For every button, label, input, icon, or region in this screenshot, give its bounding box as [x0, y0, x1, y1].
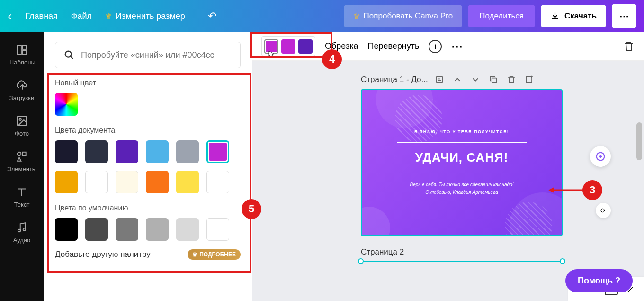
toolbar-color-3[interactable] [298, 39, 313, 54]
file-menu[interactable]: Файл [71, 11, 92, 21]
color-swatch[interactable] [176, 171, 199, 193]
resize-label: Изменить размер [116, 11, 185, 21]
design-sub-line2: С любовью, Клавдия Артемьева [410, 189, 514, 196]
color-panel: Новый цвет Цвета документа Цвета по умол… [44, 32, 252, 301]
color-swatch[interactable] [55, 140, 78, 163]
toolbar-more[interactable]: ⋯ [451, 40, 463, 53]
color-swatch[interactable] [146, 140, 169, 163]
pro-more-label: ПОДРОБНЕЕ [199, 251, 236, 258]
design-divider [397, 173, 527, 173]
duplicate-icon[interactable] [489, 75, 498, 84]
svg-point-9 [65, 51, 72, 57]
color-swatch[interactable] [176, 218, 199, 241]
sidebar-templates[interactable]: Шаблоны [0, 37, 44, 73]
note-icon[interactable] [435, 75, 444, 84]
floating-add-button[interactable] [590, 146, 611, 167]
svg-rect-12 [526, 76, 532, 82]
download-button[interactable]: Скачать [541, 5, 606, 27]
share-button[interactable]: Поделиться [468, 5, 535, 27]
back-icon[interactable]: ‹ [8, 9, 12, 24]
try-pro-button[interactable]: ♛Попробовать Canva Pro [344, 5, 463, 27]
add-page-icon[interactable] [525, 75, 534, 84]
elements-icon [16, 150, 28, 163]
svg-point-5 [18, 152, 21, 156]
sidebar-text-label: Текст [14, 201, 30, 208]
plus-sparkle-icon [595, 151, 606, 162]
color-swatch[interactable] [116, 171, 138, 193]
canvas-background[interactable]: Страница 1 - До... Я ЗНАЮ, ЧТО У ТЕБЯ ПО… [252, 61, 644, 301]
color-swatch[interactable] [206, 171, 229, 193]
doc-colors-grid [55, 140, 241, 193]
svg-rect-11 [492, 78, 496, 83]
sidebar-text[interactable]: Текст [0, 179, 44, 215]
sidebar-photos-label: Фото [15, 130, 29, 137]
design-main-text: УДАЧИ, САНЯ! [415, 150, 509, 165]
sidebar-elements-label: Элементы [7, 165, 36, 173]
corner-handle[interactable] [358, 258, 364, 264]
canvas-toolbar: Обрезка Перевернуть i ⋯ [252, 32, 644, 61]
page-up-icon[interactable] [453, 75, 462, 84]
sidebar-uploads-label: Загрузки [9, 94, 34, 101]
trash-icon[interactable] [507, 75, 516, 84]
color-swatch[interactable] [146, 171, 169, 193]
svg-point-4 [19, 119, 21, 120]
floating-sync-button[interactable]: ⟳ [596, 203, 611, 218]
toolbar-colors [261, 36, 315, 56]
color-swatch[interactable] [146, 218, 169, 241]
color-swatch[interactable] [116, 218, 138, 241]
svg-rect-1 [22, 45, 27, 49]
page-down-icon[interactable] [471, 75, 480, 84]
delete-icon[interactable] [623, 41, 635, 52]
toolbar-color-1[interactable] [264, 39, 278, 54]
sidebar-templates-label: Шаблоны [8, 59, 36, 66]
color-swatch[interactable] [85, 171, 108, 193]
undo-icon[interactable]: ↶ [208, 10, 216, 22]
toolbar-color-2[interactable] [281, 39, 295, 54]
help-button[interactable]: Помощь ? [565, 269, 633, 292]
flip-button[interactable]: Перевернуть [367, 41, 419, 51]
page-2-title: Страница 2 [361, 247, 616, 257]
sidebar-audio[interactable]: Аудио [0, 215, 44, 250]
page-2-edge[interactable] [361, 261, 563, 262]
corner-handle[interactable] [560, 258, 565, 264]
color-search-input[interactable] [81, 50, 232, 60]
resize-menu[interactable]: ♛Изменить размер [105, 11, 185, 21]
info-icon[interactable]: i [429, 40, 442, 53]
color-swatch[interactable] [116, 140, 138, 163]
design-page-1[interactable]: Я ЗНАЮ, ЧТО У ТЕБЯ ПОЛУЧИТСЯ! УДАЧИ, САН… [361, 89, 563, 236]
color-swatch[interactable] [176, 140, 199, 163]
default-colors-grid [55, 218, 241, 241]
color-swatch[interactable] [206, 140, 229, 163]
color-swatch[interactable] [206, 218, 229, 241]
color-swatch[interactable] [85, 218, 108, 241]
download-icon [550, 11, 560, 21]
try-pro-label: Попробовать Canva Pro [364, 11, 453, 21]
color-swatch[interactable] [55, 218, 78, 241]
sidebar-elements[interactable]: Элементы [0, 144, 44, 179]
crop-button[interactable]: Обрезка [325, 41, 358, 51]
color-swatch[interactable] [55, 171, 78, 193]
new-color-picker[interactable] [55, 93, 78, 116]
more-button[interactable]: ⋯ [612, 4, 636, 28]
svg-rect-2 [22, 50, 27, 55]
scrollbar[interactable] [636, 122, 642, 160]
default-colors-title: Цвета по умолчанию [55, 204, 241, 212]
svg-point-8 [23, 228, 26, 231]
svg-rect-0 [17, 45, 21, 55]
audio-icon [16, 221, 28, 234]
add-palette-text[interactable]: Добавьте другую палитру [55, 250, 151, 259]
color-search[interactable] [55, 42, 241, 68]
home-menu[interactable]: Главная [25, 11, 58, 21]
text-icon [16, 186, 28, 198]
sidebar-photos[interactable]: Фото [0, 108, 44, 144]
download-label: Скачать [564, 11, 597, 21]
crown-icon: ♛ [353, 12, 360, 21]
sidebar-uploads[interactable]: Загрузки [0, 73, 44, 108]
templates-icon [16, 44, 28, 56]
color-swatch[interactable] [85, 140, 108, 163]
crown-icon: ♛ [192, 251, 197, 258]
photo-icon [16, 115, 28, 127]
doc-colors-title: Цвета документа [55, 126, 241, 135]
design-sub-text: Верь в себя. Ты точно все сделаешь как н… [410, 181, 514, 196]
pro-more-badge[interactable]: ♛ПОДРОБНЕЕ [188, 249, 241, 260]
